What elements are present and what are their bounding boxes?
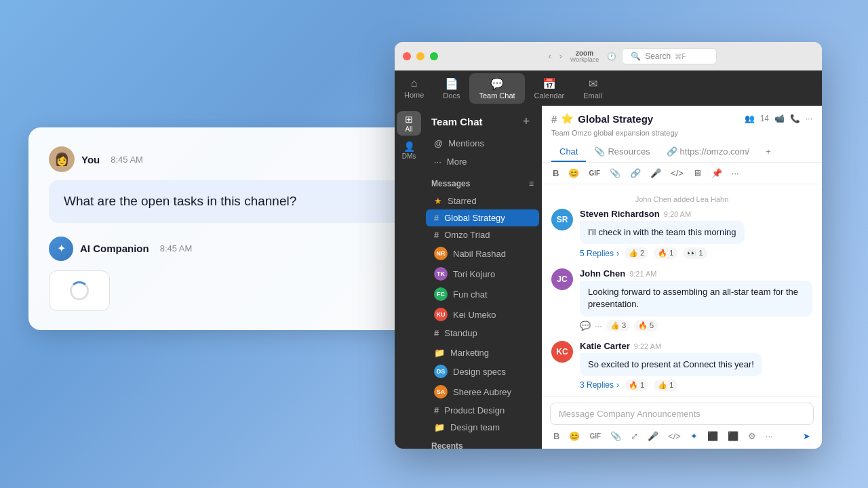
steven-reaction-3[interactable]: 👀 1 (683, 247, 707, 259)
phone-icon[interactable]: 📞 (790, 114, 800, 123)
message-input-placeholder[interactable]: Message Company Announcements (550, 403, 814, 425)
input-code-btn[interactable]: </> (665, 429, 684, 443)
channel-item-global-strategy[interactable]: # Global Strategy (426, 209, 539, 226)
mic-btn[interactable]: 🎤 (648, 167, 664, 180)
steven-reaction-2[interactable]: 🔥 1 (654, 247, 677, 259)
channel-item-sheree[interactable]: SA Sheree Aubrey (426, 382, 539, 402)
tori-avatar: TK (434, 267, 448, 281)
tab-link[interactable]: 🔗 https://omzo.com/ (658, 142, 758, 162)
user-avatar: 👩 (49, 146, 75, 172)
input-gif-btn[interactable]: GIF (586, 430, 604, 442)
channel-item-design-specs[interactable]: DS Design specs (426, 361, 539, 382)
video-icon[interactable]: 📹 (774, 114, 785, 123)
input-more-btn[interactable]: ··· (762, 429, 776, 443)
john-reaction-2[interactable]: 🔥 5 (634, 320, 658, 331)
more-item[interactable]: ··· More (426, 152, 539, 171)
channel-item-fun[interactable]: FC Fun chat (426, 284, 539, 304)
main-content: ⊞ All 👤 DMs Team Chat + @ Mentions ··· M… (395, 106, 822, 449)
search-bar[interactable]: 🔍 Search ⌘F (622, 48, 717, 64)
bold-btn[interactable]: B (550, 167, 561, 180)
tab-resources[interactable]: 📎 Resources (586, 142, 658, 162)
recents-section: Recents JS Jamil Smith L? Lunch? JG Jada… (423, 436, 542, 449)
forward-arrow[interactable]: › (557, 50, 565, 62)
katie-bubble: So excited to present at Connect this ye… (580, 353, 762, 376)
code-btn[interactable]: </> (668, 167, 686, 180)
kei-avatar: KU (434, 308, 448, 321)
input-send-btn[interactable]: ➤ (800, 429, 814, 443)
design-specs-label: Design specs (453, 367, 506, 377)
close-button[interactable] (403, 52, 411, 60)
nav-email[interactable]: ✉ Email (574, 73, 612, 104)
add-tab-button[interactable]: + (757, 142, 779, 162)
nav-team-chat-label: Team Chat (479, 92, 515, 100)
channel-item-marketing[interactable]: 📁 Marketing (426, 344, 539, 361)
input-extra1-btn[interactable]: ⬛ (704, 429, 722, 443)
input-attach-btn[interactable]: 📎 (607, 429, 625, 443)
screen-btn[interactable]: 🖥 (690, 167, 705, 180)
messages-area[interactable]: John Chen added Lea Hahn SR Steven Richa… (542, 184, 822, 396)
user-message-time: 8:45 AM (111, 155, 143, 165)
channel-hash-prefix: # (551, 113, 557, 125)
recents-header: Recents (423, 439, 542, 449)
john-message-body: John Chen 9:21 AM Looking forward to ass… (580, 268, 812, 331)
john-reaction-1[interactable]: 👍 3 (606, 320, 630, 331)
chat-tab-label: Chat (559, 146, 578, 157)
channel-item-tori[interactable]: TK Tori Kojuro (426, 264, 539, 284)
channel-item-standup[interactable]: # Standup (426, 325, 539, 342)
channel-item-design-team[interactable]: 📁 Design team (426, 419, 539, 436)
channel-item-product-design[interactable]: # Product Design (426, 402, 539, 419)
more-options-icon[interactable]: ··· (806, 114, 812, 123)
nav-team-chat[interactable]: 💬 Team Chat (469, 73, 524, 104)
nav-docs[interactable]: 📄 Docs (433, 73, 469, 104)
user-question: What are the open tasks in this channel? (49, 180, 401, 223)
katie-reaction-1[interactable]: 🔥 1 (625, 380, 648, 391)
channel-item-kei[interactable]: KU Kei Umeko (426, 304, 539, 325)
resources-label: Resources (608, 146, 650, 157)
link-btn[interactable]: 🔗 (627, 167, 644, 180)
katie-avatar: KC (551, 341, 573, 363)
maximize-button[interactable] (430, 52, 438, 60)
sidebar-all[interactable]: ⊞ All (397, 111, 421, 136)
nav-home[interactable]: ⌂ Home (395, 73, 433, 103)
steven-name: Steven Richardson (580, 209, 660, 219)
pin-btn[interactable]: 📌 (709, 167, 725, 180)
email-icon: ✉ (589, 77, 597, 90)
channel-item-omzo-triad[interactable]: # Omzo Triad (426, 226, 539, 243)
input-expand-btn[interactable]: ⤢ (627, 429, 642, 443)
input-settings-btn[interactable]: ⚙ (745, 429, 760, 443)
design-specs-avatar: DS (434, 365, 448, 378)
title-bar: ‹ › zoom Workplace 🕐 🔍 Search ⌘F (395, 42, 822, 70)
more-toolbar-btn[interactable]: ··· (729, 167, 742, 180)
nav-calendar[interactable]: 📅 Calendar (525, 73, 574, 104)
mentions-item[interactable]: @ Mentions (426, 134, 539, 152)
channel-item-starred[interactable]: ★ Starred (426, 192, 539, 209)
emoji-btn[interactable]: 😊 (566, 167, 582, 180)
gif-btn[interactable]: GIF (586, 168, 603, 178)
katie-reaction-2[interactable]: 👍 1 (654, 380, 677, 391)
add-channel-button[interactable]: + (519, 114, 534, 129)
input-bold-btn[interactable]: B (550, 429, 563, 443)
hash-icon-2: # (434, 230, 439, 240)
channel-item-nabil[interactable]: NR Nabil Rashad (426, 243, 539, 264)
john-comment-icon[interactable]: 💬 (580, 321, 591, 331)
tab-chat[interactable]: Chat (551, 142, 586, 162)
clock-icon: 🕐 (607, 52, 616, 61)
john-actions: 💬 ··· 👍 3 🔥 5 (580, 320, 812, 331)
input-emoji-btn[interactable]: 😊 (566, 429, 583, 443)
sort-icon[interactable]: ≡ (529, 179, 534, 188)
steven-reaction-1[interactable]: 👍 2 (625, 247, 648, 259)
minimize-button[interactable] (416, 52, 425, 60)
katie-replies[interactable]: 3 Replies › (580, 380, 619, 390)
brand-sub: Workplace (570, 57, 599, 64)
john-bubble: Looking forward to assembling an all-sta… (580, 281, 812, 316)
sidebar-dms[interactable]: 👤 DMs (397, 138, 421, 163)
standup-label: Standup (444, 328, 477, 338)
back-arrow[interactable]: ‹ (546, 50, 554, 62)
input-mic-btn[interactable]: 🎤 (644, 429, 662, 443)
attach-btn[interactable]: 📎 (607, 167, 623, 180)
spinner (70, 281, 89, 300)
john-more-icon[interactable]: ··· (595, 321, 602, 331)
steven-replies[interactable]: 5 Replies › (580, 249, 619, 258)
input-ai-btn[interactable]: ✦ (687, 429, 701, 443)
input-extra2-btn[interactable]: ⬛ (724, 429, 742, 443)
